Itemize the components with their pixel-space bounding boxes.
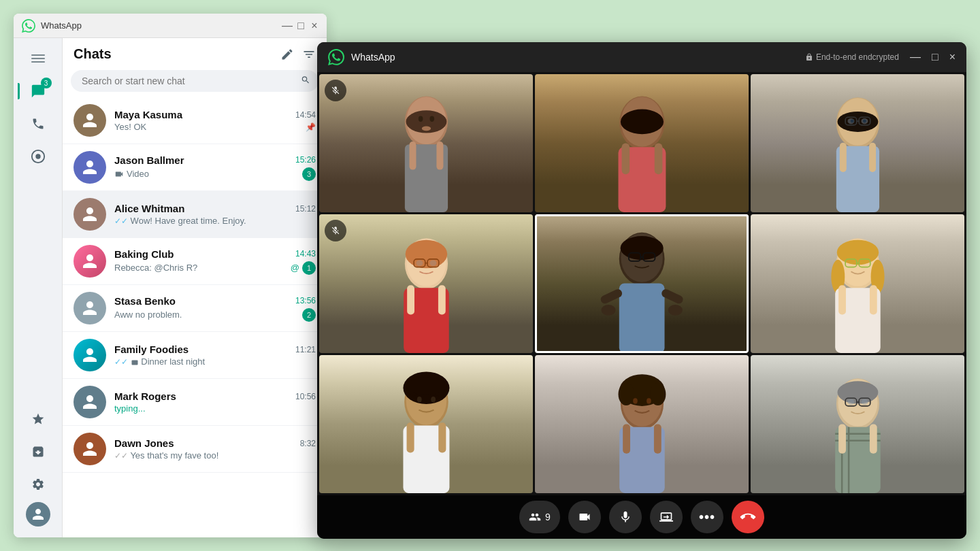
svg-rect-34 (839, 143, 846, 172)
sidebar: 3 (14, 38, 63, 537)
more-options-btn[interactable]: ••• (691, 501, 723, 533)
alice-preview: ✓✓ Wow! Have great time. Enjoy. (114, 216, 246, 226)
chat-item-jason[interactable]: Jason Ballmer 15:26 Video 3 (63, 144, 327, 191)
stasa-avatar (74, 292, 106, 324)
video-minimize-btn[interactable]: — (910, 51, 921, 63)
jason-info: Jason Ballmer 15:26 Video 3 (114, 154, 316, 181)
svg-point-92 (837, 381, 878, 403)
svg-point-19 (620, 110, 663, 135)
svg-point-84 (650, 383, 666, 405)
svg-rect-104 (869, 424, 877, 454)
sidebar-archived-icon[interactable] (23, 437, 53, 467)
chat-item-stasa[interactable]: Stasa Benko 13:56 Aww no problem. 2 (63, 285, 327, 332)
svg-point-31 (850, 120, 853, 123)
svg-point-74 (406, 378, 446, 395)
svg-point-96 (847, 399, 854, 405)
family-name: Family Foodies (114, 344, 189, 355)
maya-time: 14:54 (295, 110, 316, 120)
mute-icon-1 (325, 80, 346, 101)
video-maximize-btn[interactable]: □ (932, 51, 938, 63)
chat-item-baking[interactable]: Baking Club 14:43 Rebecca: @Chris R? @ 1 (63, 238, 327, 285)
svg-rect-0 (31, 54, 45, 56)
main-close-btn[interactable]: × (310, 22, 318, 30)
search-bar (71, 70, 318, 92)
jason-avatar (74, 151, 106, 184)
sidebar-profile-avatar[interactable] (26, 502, 50, 527)
svg-point-86 (647, 398, 651, 403)
svg-rect-79 (438, 422, 446, 452)
svg-rect-14 (436, 141, 443, 170)
chat-panel: Chats (63, 38, 327, 537)
sidebar-starred-icon[interactable] (23, 404, 53, 434)
svg-rect-88 (623, 424, 630, 454)
chat-item-mark[interactable]: Mark Rogers 10:56 typing... (63, 379, 327, 426)
video-cell-7 (319, 355, 533, 493)
stasa-info: Stasa Benko 13:56 Aww no problem. 2 (114, 295, 316, 322)
dawn-preview: ✓✓ Yes that's my fave too! (114, 450, 218, 461)
svg-point-4 (35, 154, 40, 158)
filter-btn[interactable] (302, 48, 316, 61)
end-call-btn[interactable] (732, 501, 764, 533)
main-title-bar: WhatsApp — □ × (14, 14, 327, 38)
encrypted-label: End-to-end endcrypted (805, 52, 899, 62)
mention-icon: @ (291, 263, 299, 273)
sidebar-settings-icon[interactable] (23, 469, 53, 499)
video-grid (317, 72, 966, 495)
main-window-title: WhatsApp (41, 20, 283, 31)
svg-point-38 (405, 239, 447, 268)
dawn-time: 8:32 (300, 439, 316, 448)
sidebar-chats-icon[interactable]: 3 (23, 76, 53, 106)
sidebar-calls-icon[interactable] (23, 109, 53, 139)
participant-count: 9 (545, 512, 551, 522)
search-input[interactable] (71, 70, 318, 92)
video-close-btn[interactable]: × (949, 51, 956, 63)
baking-avatar (74, 245, 106, 278)
svg-rect-46 (438, 285, 445, 314)
svg-rect-5 (131, 360, 137, 365)
mark-time: 10:56 (295, 392, 316, 401)
svg-point-11 (429, 116, 434, 122)
mark-name: Mark Rogers (114, 390, 176, 402)
main-maximize-btn[interactable]: □ (297, 22, 305, 30)
sidebar-status-icon[interactable] (23, 141, 53, 171)
maya-pin-icon: 📌 (306, 122, 316, 132)
new-chat-btn[interactable] (280, 48, 294, 61)
dawn-name: Dawn Jones (114, 437, 174, 449)
alice-info: Alice Whitman 15:12 ✓✓ Wow! Have great t… (114, 203, 316, 226)
chats-badge: 3 (41, 78, 52, 88)
participants-btn[interactable]: 9 (519, 501, 560, 533)
alice-name: Alice Whitman (114, 203, 184, 214)
video-cell-6 (751, 214, 964, 352)
family-info: Family Foodies 11:21 ✓✓ Dinner last nigh… (114, 344, 316, 367)
stasa-time: 13:56 (295, 296, 316, 305)
main-window: WhatsApp — □ × 3 (14, 14, 327, 537)
whatsapp-logo-video (328, 49, 344, 65)
screen-share-btn[interactable] (650, 501, 683, 533)
main-minimize-btn[interactable]: — (283, 22, 291, 30)
baking-badge: 1 (302, 261, 316, 275)
svg-rect-45 (407, 285, 414, 314)
maya-avatar (74, 104, 106, 137)
svg-point-83 (618, 383, 634, 405)
chat-item-maya[interactable]: Maya Kasuma 14:54 Yes! OK 📌 (63, 97, 327, 144)
family-avatar (74, 339, 106, 371)
chat-item-alice[interactable]: Alice Whitman 15:12 ✓✓ Wow! Have great t… (63, 191, 327, 238)
video-title-bar: WhatsApp End-to-end endcrypted — □ × (317, 42, 966, 72)
video-toggle-btn[interactable] (568, 501, 601, 533)
svg-point-76 (431, 397, 436, 403)
maya-name: Maya Kasuma (114, 109, 182, 120)
mute-toggle-btn[interactable] (609, 501, 642, 533)
alice-avatar (74, 198, 106, 231)
chat-item-dawn[interactable]: Dawn Jones 8:32 ✓✓ Yes that's my fave to… (63, 426, 327, 473)
chat-header-actions (280, 48, 316, 61)
sidebar-menu-icon[interactable] (23, 44, 53, 73)
svg-point-32 (862, 120, 866, 123)
sidebar-top: 3 (23, 44, 53, 404)
svg-rect-22 (654, 144, 662, 175)
chat-item-family[interactable]: Family Foodies 11:21 ✓✓ Dinner last nigh… (63, 332, 327, 379)
svg-rect-89 (653, 424, 661, 454)
svg-point-97 (861, 399, 868, 405)
chat-panel-header: Chats (63, 38, 327, 67)
svg-rect-35 (869, 143, 876, 172)
maya-info: Maya Kasuma 14:54 Yes! OK 📌 (114, 109, 316, 132)
